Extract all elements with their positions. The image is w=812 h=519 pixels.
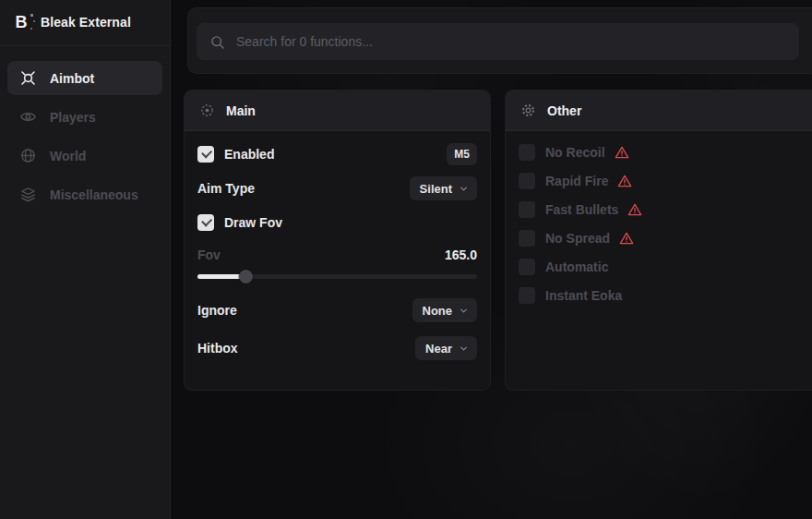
aim-type-row: Aim Type Silent <box>197 176 477 200</box>
warning-icon <box>627 202 642 217</box>
toggle-row-no-recoil: No Recoil <box>519 144 807 161</box>
chevron-down-icon <box>459 184 469 194</box>
fov-value: 165.0 <box>445 247 477 262</box>
panel-main: Main Enabled M5 Aim Type Silent Draw Fov… <box>184 90 491 391</box>
enabled-row: Enabled M5 <box>197 142 477 166</box>
search-header-card <box>187 7 812 74</box>
sidebar-item-label: Miscellaneous <box>50 187 138 202</box>
toggle-row-instant-eoka: Instant Eoka <box>519 287 807 304</box>
fast-bullets-checkbox[interactable] <box>519 201 535 218</box>
toggle-row-automatic: Automatic <box>519 259 807 275</box>
sidebar-item-label: Aimbot <box>50 71 94 86</box>
sidebar: B Bleak External Aimbot Players <box>0 0 171 519</box>
sidebar-item-players[interactable]: Players <box>7 100 162 134</box>
enabled-label: Enabled <box>224 147 274 162</box>
hitbox-label: Hitbox <box>197 341 238 356</box>
ignore-row: Ignore None <box>197 298 477 322</box>
no-spread-checkbox[interactable] <box>519 230 535 247</box>
search-box[interactable] <box>197 23 799 60</box>
aim-type-dropdown[interactable]: Silent <box>410 176 477 200</box>
fov-slider[interactable] <box>197 270 477 284</box>
crosshair-icon <box>18 69 37 87</box>
panel-other-header: Other <box>506 91 812 131</box>
gear-icon <box>520 103 536 118</box>
layers-icon <box>18 186 37 203</box>
fov-slider-thumb[interactable] <box>239 270 253 284</box>
globe-icon <box>18 147 37 164</box>
sidebar-item-aimbot[interactable]: Aimbot <box>7 61 162 95</box>
logo-glyph: B <box>16 14 28 30</box>
panel-other: Other No Recoil Rapid Fire Fast Bullets <box>505 90 812 391</box>
no-recoil-label: No Recoil <box>545 145 605 160</box>
search-icon <box>209 34 225 50</box>
toggle-row-fast-bullets: Fast Bullets <box>519 201 807 218</box>
draw-fov-label: Draw Fov <box>224 215 282 230</box>
aim-type-label: Aim Type <box>197 181 255 196</box>
warning-icon <box>615 145 629 160</box>
fast-bullets-label: Fast Bullets <box>545 202 618 217</box>
ignore-label: Ignore <box>197 303 237 318</box>
chevron-down-icon <box>459 344 469 354</box>
hitbox-row: Hitbox Near <box>197 336 477 360</box>
hitbox-value: Near <box>425 342 452 356</box>
draw-fov-row: Draw Fov <box>197 211 477 235</box>
sidebar-item-label: World <box>50 149 86 163</box>
toggle-row-no-spread: No Spread <box>519 230 807 247</box>
instant-eoka-label: Instant Eoka <box>545 288 622 303</box>
app-title: Bleak External <box>41 15 131 30</box>
sidebar-item-miscellaneous[interactable]: Miscellaneous <box>7 177 162 211</box>
warning-icon <box>619 231 634 246</box>
automatic-checkbox[interactable] <box>519 259 535 275</box>
sidebar-item-world[interactable]: World <box>7 139 162 173</box>
toggle-row-rapid-fire: Rapid Fire <box>519 173 807 189</box>
instant-eoka-checkbox[interactable] <box>519 287 535 304</box>
eye-icon <box>18 108 37 126</box>
sidebar-nav: Aimbot Players World <box>0 46 170 226</box>
target-icon <box>199 103 215 118</box>
sidebar-item-label: Players <box>50 110 96 125</box>
automatic-label: Automatic <box>545 260 608 274</box>
panel-title: Other <box>547 103 581 118</box>
fov-header: Fov 165.0 <box>197 247 477 262</box>
enabled-keybind-badge[interactable]: M5 <box>447 143 477 165</box>
rapid-fire-label: Rapid Fire <box>545 174 608 188</box>
panel-other-body: No Recoil Rapid Fire Fast Bullets No Spr… <box>506 131 812 317</box>
panel-main-header: Main <box>185 91 490 131</box>
ignore-value: None <box>423 304 453 318</box>
hitbox-dropdown[interactable]: Near <box>415 336 477 360</box>
fov-label: Fov <box>197 247 221 262</box>
no-spread-label: No Spread <box>545 231 610 246</box>
enabled-checkbox[interactable] <box>197 146 214 163</box>
rapid-fire-checkbox[interactable] <box>519 173 535 189</box>
ignore-dropdown[interactable]: None <box>412 298 478 322</box>
app-header: B Bleak External <box>0 0 170 46</box>
search-input[interactable] <box>236 34 786 49</box>
panel-main-body: Enabled M5 Aim Type Silent Draw Fov Fov … <box>185 131 490 371</box>
warning-icon <box>617 174 632 188</box>
panel-title: Main <box>226 103 256 118</box>
chevron-down-icon <box>459 306 469 316</box>
app-logo-icon: B <box>11 12 31 32</box>
aim-type-value: Silent <box>420 182 452 196</box>
no-recoil-checkbox[interactable] <box>519 144 535 161</box>
draw-fov-checkbox[interactable] <box>197 214 214 231</box>
